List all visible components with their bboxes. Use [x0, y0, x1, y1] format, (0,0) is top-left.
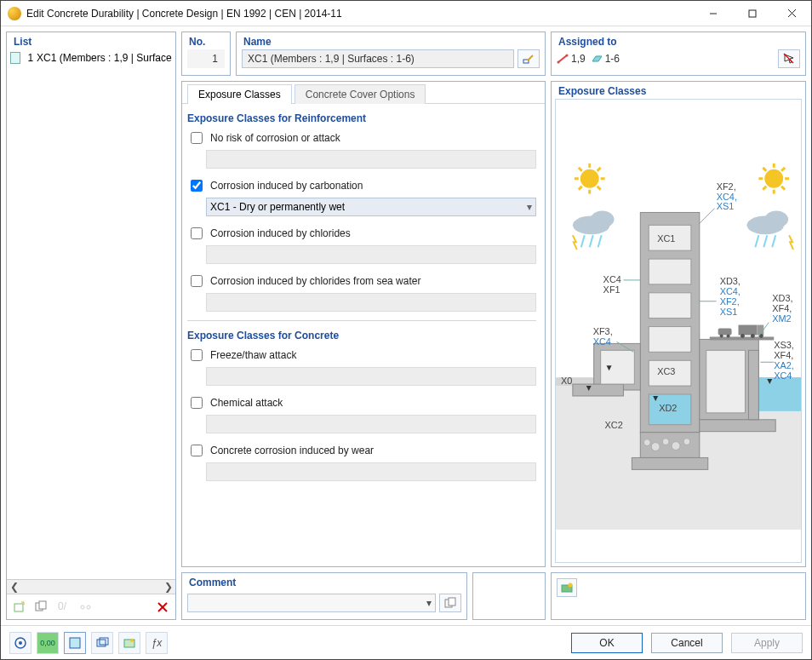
- scroll-left-icon[interactable]: ❮: [7, 581, 21, 593]
- tab-exposure-classes[interactable]: Exposure Classes: [187, 84, 292, 104]
- comment-library-button[interactable]: [439, 594, 461, 612]
- svg-rect-55: [573, 384, 624, 396]
- svg-line-34: [781, 187, 785, 190]
- footer-render-button[interactable]: [118, 632, 140, 654]
- svg-rect-73: [718, 329, 732, 336]
- svg-text:XM2: XM2: [772, 313, 791, 324]
- delete-item-button[interactable]: [153, 598, 172, 617]
- footer-view-button[interactable]: [64, 632, 86, 654]
- svg-line-35: [763, 187, 766, 190]
- svg-point-68: [651, 443, 660, 451]
- svg-point-69: [662, 439, 669, 445]
- window-title: Edit Concrete Durability | Concrete Desi…: [26, 8, 694, 20]
- renumber-button: 0/: [54, 598, 73, 617]
- svg-rect-116: [449, 598, 455, 605]
- svg-rect-53: [632, 457, 707, 469]
- no-risk-subfield: [206, 150, 536, 169]
- no-field[interactable]: [187, 49, 225, 68]
- carbonation-select[interactable]: XC1 - Dry or permanently wet ▾: [206, 198, 536, 216]
- svg-point-71: [683, 439, 690, 445]
- list-horizontal-scrollbar[interactable]: ❮ ❯: [7, 579, 175, 594]
- list-item[interactable]: 1 XC1 (Members : 1,9 | Surfaces : 1-6): [7, 49, 175, 66]
- assigned-surfaces-text: 1-6: [605, 53, 620, 65]
- svg-point-67: [643, 439, 650, 446]
- svg-text:XC4,: XC4,: [720, 286, 741, 296]
- svg-rect-58: [748, 350, 758, 419]
- svg-point-75: [727, 334, 730, 337]
- svg-line-27: [598, 168, 601, 171]
- assigned-members-chip: 1,9: [557, 53, 586, 65]
- app-icon: [8, 7, 21, 20]
- apply-button[interactable]: Apply: [731, 633, 803, 653]
- svg-text:XD2: XD2: [659, 403, 677, 413]
- svg-rect-76: [739, 325, 758, 336]
- svg-line-43: [598, 235, 602, 247]
- list-item-label: XC1 (Members : 1,9 | Surfaces : 1-6): [37, 52, 172, 64]
- maximize-button[interactable]: [733, 1, 772, 26]
- checkbox-chlorides[interactable]: [191, 227, 203, 239]
- name-label: Name: [237, 32, 545, 49]
- svg-text:XA2,: XA2,: [774, 360, 794, 370]
- new-item-button[interactable]: *: [10, 598, 29, 617]
- checkbox-chemical[interactable]: [191, 397, 203, 409]
- wear-subfield: [206, 462, 536, 481]
- checkbox-freeze-thaw[interactable]: [191, 349, 203, 361]
- empty-side-panel: [472, 572, 546, 620]
- comment-combo[interactable]: ▾: [187, 594, 436, 612]
- cancel-button[interactable]: Cancel: [651, 633, 723, 653]
- svg-text:XS1: XS1: [720, 307, 738, 317]
- svg-point-125: [130, 639, 134, 642]
- assigned-members-text: 1,9: [571, 53, 586, 65]
- svg-point-120: [19, 641, 22, 645]
- checkbox-no-risk[interactable]: [191, 132, 203, 144]
- svg-rect-7: [39, 601, 46, 609]
- svg-text:XC1: XC1: [657, 233, 675, 244]
- scroll-right-icon[interactable]: ❯: [161, 581, 175, 593]
- label-carbonation: Corrosion induced by carbonation: [210, 180, 363, 192]
- checkbox-wear[interactable]: [191, 445, 203, 456]
- ok-button[interactable]: OK: [571, 633, 643, 653]
- diagram-settings-button[interactable]: [557, 578, 577, 597]
- svg-point-16: [566, 55, 569, 57]
- svg-point-79: [751, 334, 755, 338]
- svg-line-46: [772, 235, 775, 247]
- svg-rect-57: [700, 420, 775, 432]
- diagram-header: Exposure Classes: [552, 82, 805, 99]
- copy-item-button[interactable]: [32, 598, 51, 617]
- footer-units-button[interactable]: 0,00: [37, 632, 59, 654]
- checkbox-carbonation[interactable]: [191, 180, 203, 192]
- svg-text:XC3: XC3: [657, 366, 675, 376]
- svg-text:XC4,: XC4,: [717, 192, 737, 202]
- name-field[interactable]: [242, 49, 514, 68]
- footer-help-button[interactable]: [9, 632, 31, 654]
- svg-text:XS1: XS1: [717, 201, 735, 211]
- svg-line-33: [763, 168, 766, 171]
- svg-text:XF2,: XF2,: [717, 181, 736, 192]
- svg-point-70: [672, 442, 680, 451]
- section-concrete-title: Exposure Classes for Concrete: [187, 330, 536, 341]
- svg-line-24: [579, 168, 582, 171]
- svg-text:XC4: XC4: [593, 336, 611, 347]
- svg-rect-60: [649, 259, 691, 284]
- checkbox-sea-water[interactable]: [191, 275, 203, 287]
- footer-model-button[interactable]: [91, 632, 113, 654]
- svg-line-42: [590, 235, 593, 247]
- svg-point-28: [764, 169, 783, 188]
- svg-line-36: [781, 168, 785, 171]
- svg-line-45: [763, 235, 767, 247]
- chemical-subfield: [206, 415, 536, 433]
- svg-rect-62: [649, 327, 691, 353]
- select-assigned-button[interactable]: [778, 49, 800, 68]
- sea-water-subfield: [206, 293, 536, 312]
- svg-point-38: [591, 210, 615, 227]
- footer-script-button[interactable]: ƒx: [146, 632, 168, 654]
- svg-text:XC4: XC4: [774, 370, 792, 381]
- svg-text:*: *: [22, 600, 26, 607]
- edit-name-button[interactable]: [518, 49, 540, 68]
- tab-concrete-cover-options[interactable]: Concrete Cover Options: [294, 84, 426, 104]
- close-button[interactable]: [772, 1, 811, 26]
- svg-rect-66: [706, 350, 746, 412]
- svg-text:XS3,: XS3,: [774, 340, 794, 350]
- exposure-classes-diagram: XC1 XC3 XD2 XC2 X0 XC4 XF1 XF3, XC4 XF2,…: [555, 99, 802, 563]
- minimize-button[interactable]: [694, 1, 733, 26]
